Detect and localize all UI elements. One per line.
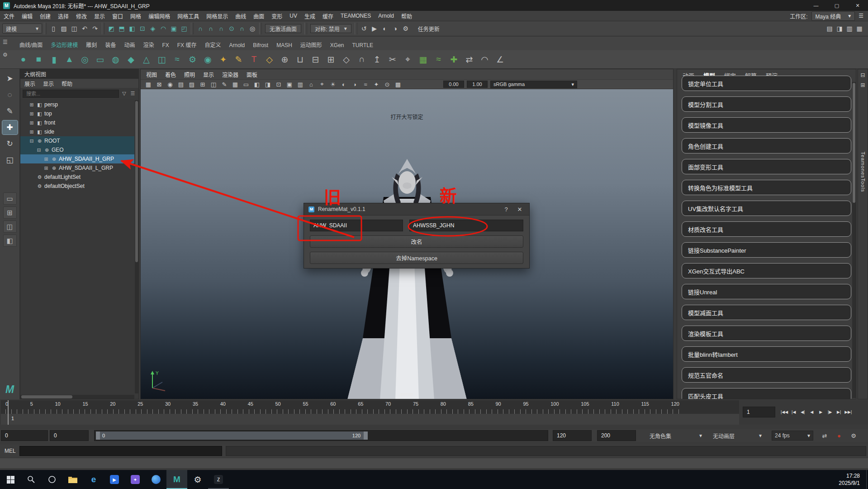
poly-cylinder-icon[interactable]: ▮ bbox=[47, 53, 61, 67]
shelf-tab[interactable]: 装备 bbox=[101, 39, 120, 50]
select-object-mask-icon[interactable]: ⬒ bbox=[117, 24, 127, 34]
scrollbar-thumb[interactable] bbox=[21, 395, 72, 398]
menu-item[interactable]: 网格工具 bbox=[174, 12, 203, 20]
construction-history-icon[interactable]: ↺ bbox=[359, 24, 369, 34]
tool-button[interactable]: 角色创建工具 bbox=[682, 138, 851, 153]
channel-box-toggle-icon[interactable]: ▦ bbox=[854, 24, 864, 34]
new-name-input[interactable] bbox=[409, 220, 523, 231]
outliner-item[interactable]: ⊞ ⊕ AHW_SDAAII_L_GRP bbox=[20, 163, 134, 173]
poly-sphere-icon[interactable]: ● bbox=[16, 53, 30, 67]
poly-plane-icon[interactable]: ▭ bbox=[93, 53, 107, 67]
outliner-vertical-scrollbar[interactable] bbox=[135, 100, 138, 393]
toolbar-separator[interactable] bbox=[44, 23, 47, 34]
motion-blur-icon[interactable]: ≈ bbox=[361, 81, 370, 88]
snap-to-view-plane-icon[interactable]: ∩ bbox=[237, 24, 247, 34]
tool-button[interactable]: 链接SubstancePainter bbox=[682, 242, 851, 258]
two-pane-layout-button[interactable]: ◫ bbox=[3, 221, 17, 233]
tool-button[interactable]: 规范五官命名 bbox=[682, 367, 851, 383]
grab-brush-icon[interactable]: ✚ bbox=[447, 53, 461, 67]
outliner-item[interactable]: ⊞ ◧ top bbox=[20, 109, 134, 118]
expand-icon[interactable]: ⊞ bbox=[860, 82, 865, 88]
playback-start-field[interactable]: 0 bbox=[50, 430, 89, 441]
viewport-menu-item[interactable]: 照明 bbox=[184, 71, 195, 78]
open-render-view-icon[interactable]: ▶ bbox=[370, 24, 379, 34]
menu-set-dropdown[interactable]: 建模 ▾ bbox=[2, 24, 42, 34]
tool-button[interactable]: 模型减面工具 bbox=[682, 305, 851, 320]
menu-item[interactable]: 帮助 bbox=[398, 12, 416, 20]
snap-to-curve-icon[interactable]: ∩ bbox=[206, 24, 216, 34]
poly-platonic-icon[interactable]: ◆ bbox=[124, 53, 138, 67]
settings-button[interactable]: ⚙ bbox=[187, 470, 208, 489]
tool-button[interactable]: 模型分割工具 bbox=[682, 96, 851, 112]
quad-draw-icon[interactable]: ▦ bbox=[416, 53, 430, 67]
expand-toggle[interactable]: ⊞ bbox=[43, 165, 49, 171]
menu-item[interactable]: 编辑 bbox=[18, 12, 36, 20]
relax-brush-icon[interactable]: ≈ bbox=[432, 53, 446, 67]
xray-icon[interactable]: ▩ bbox=[394, 81, 402, 88]
step-forward-key-button[interactable]: |▶ bbox=[825, 406, 834, 418]
image-plane-icon[interactable]: ▨ bbox=[188, 81, 196, 88]
expand-toggle[interactable]: ⊞ bbox=[43, 156, 49, 162]
combine-icon[interactable]: ⊔ bbox=[293, 53, 307, 67]
outliner-item[interactable]: ⊞ ◧ side bbox=[20, 127, 134, 136]
time-ruler[interactable]: 0510152025303540455055606570758085909510… bbox=[1, 400, 739, 414]
go-to-range-start-button[interactable]: |◀◀ bbox=[780, 406, 789, 418]
sculpt-tool-icon[interactable]: ✎ bbox=[232, 53, 246, 67]
poly-helix-icon[interactable]: ≈ bbox=[170, 53, 184, 67]
mirror-icon[interactable]: ⇄ bbox=[462, 53, 476, 67]
animation-preferences-icon[interactable]: ⚙ bbox=[849, 431, 859, 440]
hypershade-toggle-icon[interactable]: ◨ bbox=[835, 24, 844, 34]
outliner-horizontal-scrollbar[interactable] bbox=[20, 395, 134, 399]
outliner-persp-layout-button[interactable]: ◧ bbox=[3, 235, 17, 247]
dock-icon[interactable]: ⊟ bbox=[860, 72, 865, 78]
modeling-toolkit-toggle-icon[interactable]: ▤ bbox=[825, 24, 835, 34]
smooth-icon[interactable]: ◠ bbox=[478, 53, 492, 67]
menu-item[interactable]: 窗口 bbox=[109, 12, 127, 20]
svg-tool-icon[interactable]: ◇ bbox=[262, 53, 276, 67]
outliner-item[interactable]: ⊟ ⊕ GEO bbox=[20, 145, 134, 154]
expand-toggle[interactable]: ⊟ bbox=[28, 138, 35, 144]
toolbar-separator[interactable] bbox=[259, 23, 262, 34]
menu-item[interactable]: 曲线 bbox=[232, 12, 250, 20]
frame-selection-icon[interactable]: ⌖ bbox=[318, 81, 326, 88]
shadows-icon[interactable]: ◐ bbox=[340, 81, 348, 88]
range-start-handle[interactable] bbox=[96, 431, 100, 440]
safe-title-icon[interactable]: ▥ bbox=[296, 81, 304, 88]
menu-item[interactable]: 曲面 bbox=[250, 12, 268, 20]
symmetry-dropdown[interactable]: 对称: 禁用 ▾ bbox=[310, 24, 351, 33]
poly-pyramid-icon[interactable]: △ bbox=[139, 53, 153, 67]
four-pane-layout-button[interactable]: ⊞ bbox=[3, 206, 17, 219]
lasso-tool[interactable]: ◌ bbox=[2, 88, 18, 102]
taskbar-clock[interactable]: 17:28 2025/9/1 bbox=[839, 472, 866, 487]
app-purple-button[interactable]: ✦ bbox=[125, 470, 146, 489]
poly-gear-icon[interactable]: ⚙ bbox=[185, 53, 199, 67]
select-curve-mask-icon[interactable]: ◠ bbox=[158, 24, 168, 34]
overscan-icon[interactable]: ◫ bbox=[209, 81, 218, 88]
shelf-tab[interactable]: FX 缓存 bbox=[173, 39, 201, 50]
snap-to-point-icon[interactable]: ∩ bbox=[216, 24, 226, 34]
paint-select-tool[interactable]: ✎ bbox=[2, 104, 18, 118]
animation-start-field[interactable]: 0 bbox=[1, 430, 48, 441]
rename-button[interactable]: 改名 bbox=[310, 235, 523, 248]
field-chart-icon[interactable]: ⊡ bbox=[275, 81, 283, 88]
menu-item[interactable]: 文件 bbox=[0, 12, 18, 20]
menu-item[interactable]: TEAMONES bbox=[337, 13, 375, 19]
select-camera-icon[interactable]: ▦ bbox=[144, 81, 152, 88]
menu-item[interactable]: 编辑网格 bbox=[145, 12, 174, 20]
single-pane-layout-button[interactable]: ▭ bbox=[3, 192, 17, 205]
menu-item[interactable]: 显示 bbox=[90, 12, 109, 20]
undo-icon[interactable]: ↶ bbox=[80, 24, 90, 34]
shelf-tab[interactable]: 雕刻 bbox=[82, 39, 101, 50]
poly-soccer-icon[interactable]: ◉ bbox=[201, 53, 215, 67]
extrude-icon[interactable]: ↥ bbox=[370, 53, 384, 67]
new-scene-icon[interactable]: ▯ bbox=[48, 24, 58, 34]
bridge-icon[interactable]: ∩ bbox=[355, 53, 369, 67]
tool-button[interactable]: 链接Unreal bbox=[682, 284, 851, 299]
outliner-item[interactable]: ⚙ defaultLightSet bbox=[20, 173, 134, 182]
shelf-tab[interactable]: 自定义 bbox=[200, 39, 225, 50]
rotate-tool[interactable]: ↻ bbox=[2, 137, 18, 151]
minimize-button[interactable]: — bbox=[806, 0, 826, 11]
command-input[interactable] bbox=[19, 446, 222, 456]
outliner-menu-item[interactable]: 显示 bbox=[43, 80, 54, 87]
open-scene-icon[interactable]: ▨ bbox=[59, 24, 69, 34]
